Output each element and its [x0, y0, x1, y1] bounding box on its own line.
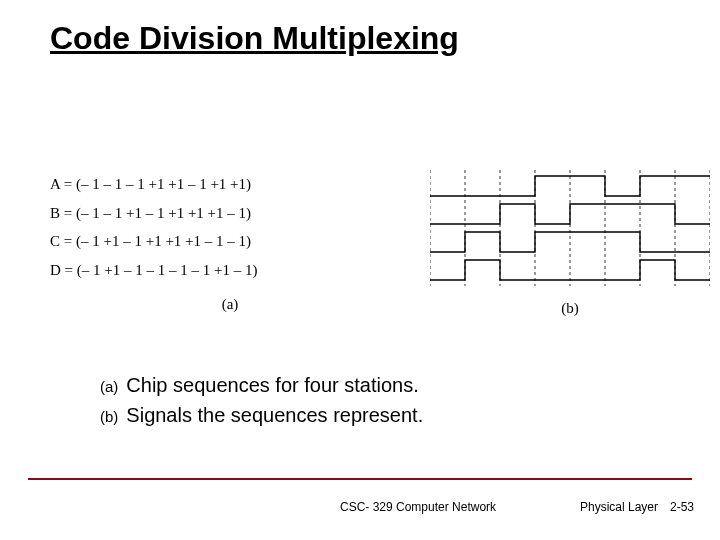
- figure-column-b: (b): [430, 170, 710, 330]
- description-row-a: (a) Chip sequences for four stations.: [100, 370, 423, 400]
- sequence-b: B = (– 1 – 1 +1 – 1 +1 +1 +1 – 1): [50, 199, 410, 228]
- footer-rule: [28, 478, 692, 480]
- figure-column-a: A = (– 1 – 1 – 1 +1 +1 – 1 +1 +1) B = (–…: [50, 170, 410, 330]
- footer-layer: Physical Layer: [580, 500, 658, 514]
- caption-a: (a): [50, 290, 410, 319]
- figure-area: A = (– 1 – 1 – 1 +1 +1 – 1 +1 +1) B = (–…: [50, 170, 700, 330]
- description-text-b: Signals the sequences represent.: [126, 400, 423, 430]
- sequence-c: C = (– 1 +1 – 1 +1 +1 +1 – 1 – 1): [50, 227, 410, 256]
- caption-b: (b): [430, 300, 710, 317]
- sequence-a: A = (– 1 – 1 – 1 +1 +1 – 1 +1 +1): [50, 170, 410, 199]
- description-label-b: (b): [100, 406, 118, 429]
- descriptions: (a) Chip sequences for four stations. (b…: [100, 370, 423, 430]
- footer-page: 2-53: [670, 500, 694, 514]
- description-label-a: (a): [100, 376, 118, 399]
- footer-course: CSC- 329 Computer Network: [340, 500, 496, 514]
- description-text-a: Chip sequences for four stations.: [126, 370, 418, 400]
- signals-diagram: [430, 170, 710, 290]
- description-row-b: (b) Signals the sequences represent.: [100, 400, 423, 430]
- page-title: Code Division Multiplexing: [50, 20, 459, 57]
- sequence-d: D = (– 1 +1 – 1 – 1 – 1 – 1 +1 – 1): [50, 256, 410, 285]
